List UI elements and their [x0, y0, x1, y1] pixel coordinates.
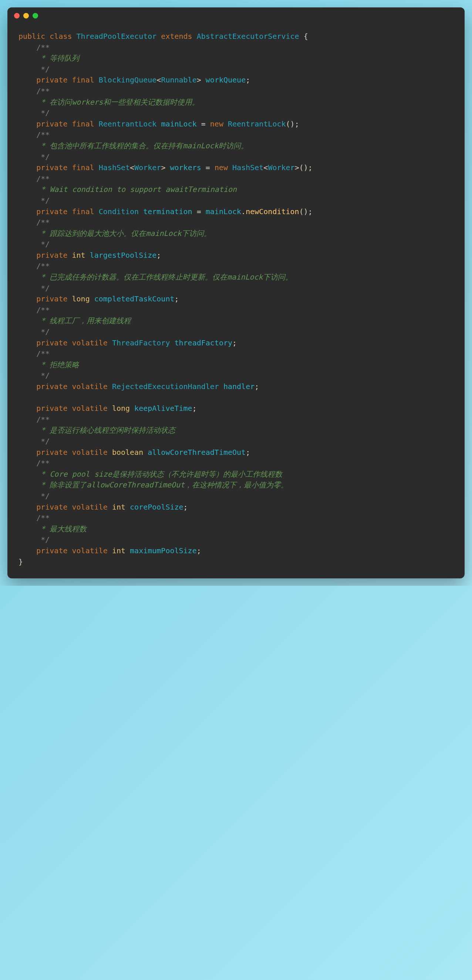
- keyword-class: class: [49, 32, 72, 41]
- semicolon: ;: [183, 503, 188, 511]
- doc-close: */: [36, 437, 49, 445]
- type-runnable: Runnable: [161, 75, 196, 84]
- semicolon: ;: [246, 448, 250, 457]
- doc-close: */: [36, 327, 49, 336]
- brace-open: {: [304, 32, 308, 41]
- type-reentrantlock: ReentrantLock: [99, 119, 157, 128]
- keyword-new: new: [215, 163, 228, 172]
- doc-body: * 跟踪达到的最大池大小。仅在mainLock下访问。: [36, 229, 211, 238]
- equals: =: [192, 207, 206, 216]
- keyword-private: private: [36, 294, 67, 303]
- doc-close: */: [36, 196, 49, 205]
- doc-body: * 拒绝策略: [36, 360, 79, 369]
- field-handler: handler: [223, 382, 255, 391]
- semicolon: ;: [255, 382, 259, 391]
- doc-close: */: [36, 371, 49, 380]
- doc-body: * Core pool size是保持活动状态（不允许超时等）的最小工作线程数: [36, 470, 282, 479]
- doc-open: /**: [36, 513, 49, 522]
- keyword-private: private: [36, 448, 67, 457]
- keyword-final: final: [72, 207, 94, 216]
- keyword-volatile: volatile: [72, 503, 108, 511]
- call: ();: [286, 119, 299, 128]
- superclass-name: AbstractExecutorService: [197, 32, 299, 41]
- doc-open: /**: [36, 43, 49, 52]
- ctor-hashset: HashSet: [232, 163, 263, 172]
- doc-open: /**: [36, 415, 49, 424]
- field-termination: termination: [143, 207, 192, 216]
- angle-open: <: [156, 75, 161, 84]
- keyword-private: private: [36, 338, 67, 347]
- field-workqueue: workQueue: [206, 75, 246, 84]
- keyword-volatile: volatile: [72, 448, 108, 457]
- close-icon[interactable]: [14, 13, 20, 19]
- keyword-private: private: [36, 503, 67, 511]
- semicolon: ;: [174, 294, 179, 303]
- angle-close: >: [295, 163, 299, 172]
- keyword-private: private: [36, 382, 67, 391]
- minimize-icon[interactable]: [23, 13, 29, 19]
- field-keepalivetime: keepAliveTime: [134, 404, 192, 413]
- doc-open: /**: [36, 261, 49, 270]
- doc-close: */: [36, 152, 49, 161]
- type-blockingqueue: BlockingQueue: [99, 75, 157, 84]
- doc-body: * 线程工厂，用来创建线程: [36, 316, 131, 325]
- ctor-reentrantlock: ReentrantLock: [228, 119, 286, 128]
- angle-open: <: [130, 163, 134, 172]
- field-allowcorethreadtimeout: allowCoreThreadTimeOut: [148, 448, 246, 457]
- type-worker: Worker: [134, 163, 161, 172]
- field-mainlock: mainLock: [161, 119, 196, 128]
- doc-open: /**: [36, 218, 49, 227]
- ref-mainlock: mainLock: [206, 207, 241, 216]
- doc-close: */: [36, 284, 49, 293]
- type-worker: Worker: [268, 163, 295, 172]
- doc-body: * 已完成任务的计数器。仅在工作线程终止时更新。仅在mainLock下访问。: [36, 272, 292, 282]
- keyword-private: private: [36, 404, 67, 413]
- type-condition: Condition: [99, 207, 139, 216]
- type-long: long: [72, 294, 90, 303]
- semicolon: ;: [192, 404, 197, 413]
- doc-open: /**: [36, 458, 49, 468]
- type-int: int: [112, 546, 125, 555]
- type-long: long: [112, 404, 130, 413]
- keyword-volatile: volatile: [72, 404, 108, 413]
- keyword-private: private: [36, 163, 67, 172]
- angle-close: >: [161, 163, 165, 172]
- doc-open: /**: [36, 86, 49, 95]
- doc-body: * Wait condition to support awaitTermina…: [36, 185, 237, 194]
- doc-open: /**: [36, 130, 49, 139]
- field-maximumpoolsize: maximumPoolSize: [130, 546, 197, 555]
- semicolon: ;: [246, 75, 250, 84]
- keyword-private: private: [36, 119, 67, 128]
- doc-body: * 在访问workers和一些登相关记数据时使用。: [36, 98, 199, 107]
- angle-open: <: [263, 163, 268, 172]
- semicolon: ;: [156, 251, 161, 259]
- field-largestpoolsize: largestPoolSize: [90, 251, 157, 259]
- doc-close: */: [36, 240, 49, 248]
- keyword-public: public: [19, 32, 45, 41]
- doc-close: */: [36, 492, 49, 500]
- doc-open: /**: [36, 349, 49, 358]
- type-hashset: HashSet: [99, 163, 130, 172]
- code-block: public class ThreadPoolExecutor extends …: [7, 24, 465, 578]
- doc-body: * 包含池中所有工作线程的集合。仅在持有mainLock时访问。: [36, 141, 248, 150]
- doc-open: /**: [36, 305, 49, 314]
- keyword-volatile: volatile: [72, 546, 108, 555]
- keyword-final: final: [72, 75, 94, 84]
- angle-close: >: [197, 75, 201, 84]
- doc-open: /**: [36, 174, 49, 183]
- keyword-private: private: [36, 75, 67, 84]
- keyword-final: final: [72, 119, 94, 128]
- doc-close: */: [36, 535, 49, 544]
- type-int: int: [72, 251, 85, 259]
- keyword-private: private: [36, 546, 67, 555]
- class-name: ThreadPoolExecutor: [77, 32, 157, 41]
- doc-close: */: [36, 108, 49, 117]
- field-corepoolsize: corePoolSize: [130, 503, 183, 511]
- field-workers: workers: [170, 163, 201, 172]
- method-newcondition: newCondition: [246, 207, 299, 216]
- doc-body: * 除非设置了allowCoreThreadTimeOut，在这种情况下，最小值…: [36, 480, 288, 489]
- field-threadfactory: threadFactory: [174, 338, 232, 347]
- doc-body: * 等待队列: [36, 54, 79, 62]
- doc-body: * 最大线程数: [36, 524, 86, 533]
- maximize-icon[interactable]: [33, 13, 38, 19]
